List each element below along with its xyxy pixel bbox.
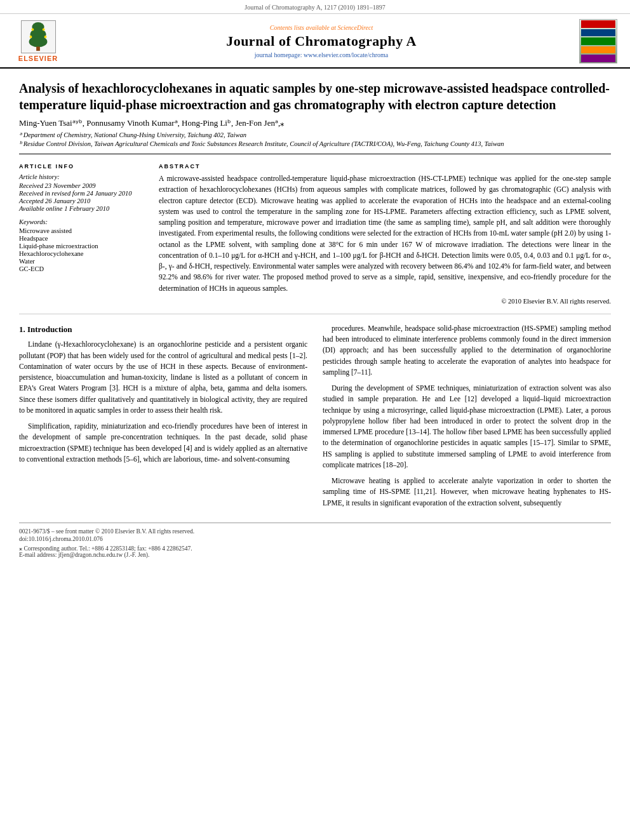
article-title-section: Analysis of hexachlorocyclohexanes in aq… — [19, 69, 611, 154]
sciencedirect-line: Contents lists available at ScienceDirec… — [64, 24, 579, 31]
svg-point-7 — [29, 36, 32, 38]
keyword-2: Liquid-phase microextraction — [19, 243, 146, 250]
corresponding-tel: ⁎ Corresponding author. Tel.: +886 4 228… — [19, 545, 611, 552]
svg-rect-4 — [36, 46, 40, 51]
keywords-section: Keywords: Microwave assisted Headspace L… — [19, 218, 146, 272]
abstract-label: ABSTRACT — [159, 163, 611, 170]
right-para1: procedures. Meanwhile, headspace solid-p… — [323, 323, 611, 378]
abstract-right: ABSTRACT A microwave-assisted headspace … — [159, 163, 611, 305]
svg-point-8 — [44, 36, 46, 38]
abstract-text: A microwave-assisted headspace controlle… — [159, 173, 611, 294]
cover-stripe-5 — [581, 55, 615, 62]
body-left-col: 1. Introduction Lindane (γ-Hexachlorocyc… — [19, 323, 307, 514]
intro-heading: 1. Introduction — [19, 323, 307, 336]
journal-homepage-url[interactable]: www.elsevier.com/locate/chroma — [304, 51, 388, 58]
keyword-3: Hexachlorocyclohexane — [19, 250, 146, 257]
history-received: Received 23 November 2009 — [19, 182, 146, 189]
intro-para2: Simplification, rapidity, miniaturizatio… — [19, 421, 307, 465]
keyword-4: Water — [19, 258, 146, 265]
elsevier-logo: ELSEVIER — [13, 20, 64, 62]
intro-para1: Lindane (γ-Hexachlorocyclohexane) is an … — [19, 339, 307, 416]
sciencedirect-name[interactable]: ScienceDirect — [337, 24, 373, 31]
article-info-label: ARTICLE INFO — [19, 163, 146, 170]
article-history: Article history: Received 23 November 20… — [19, 173, 146, 212]
journal-center: Contents lists available at ScienceDirec… — [64, 24, 579, 58]
article-footer: 0021-9673/$ – see front matter © 2010 El… — [19, 523, 611, 562]
history-revised: Received in revised form 24 January 2010 — [19, 190, 146, 197]
keyword-1: Headspace — [19, 235, 146, 242]
affiliation-a: ᵃ Department of Chemistry, National Chun… — [19, 131, 611, 138]
two-col-body: 1. Introduction Lindane (γ-Hexachlorocyc… — [19, 323, 611, 514]
license-note: 0021-9673/$ – see front matter © 2010 El… — [19, 528, 611, 535]
article-info-abstract: ARTICLE INFO Article history: Received 2… — [19, 154, 611, 314]
cover-stripe-1 — [581, 20, 615, 28]
article-authors: Ming-Yuen Tsaiᵃʸᵇ, Ponnusamy Vinoth Kuma… — [19, 118, 611, 128]
cover-stripes — [580, 20, 617, 63]
journal-title-header: Journal of Chromatography A — [64, 33, 579, 50]
affiliation-b: ᵇ Residue Control Division, Taiwan Agric… — [19, 140, 611, 147]
doi-note: doi:10.1016/j.chroma.2010.01.076 — [19, 536, 611, 542]
svg-point-6 — [42, 29, 44, 31]
article-title: Analysis of hexachlorocyclohexanes in aq… — [19, 80, 611, 113]
elsevier-label: ELSEVIER — [18, 55, 58, 62]
email-note: E-mail address: jfjen@dragon.nchu.edu.tw… — [19, 552, 611, 558]
history-available: Available online 1 February 2010 — [19, 205, 146, 212]
right-para3: Microwave heating is applied to accelera… — [323, 476, 611, 509]
cover-stripe-2 — [581, 29, 615, 37]
keyword-5: GC-ECD — [19, 265, 146, 272]
article-info-left: ARTICLE INFO Article history: Received 2… — [19, 163, 146, 305]
body-right-col: procedures. Meanwhile, headspace solid-p… — [323, 323, 611, 514]
body-section: 1. Introduction Lindane (γ-Hexachlorocyc… — [19, 314, 611, 523]
keywords-label: Keywords: — [19, 218, 146, 225]
history-accepted: Accepted 26 January 2010 — [19, 197, 146, 204]
cover-stripe-3 — [581, 37, 615, 45]
svg-point-5 — [31, 29, 34, 31]
journal-header: ELSEVIER Contents lists available at Sci… — [0, 14, 630, 69]
corresponding-note: ⁎ Corresponding author. Tel.: +886 4 228… — [19, 545, 611, 558]
journal-homepage: journal homepage: www.elsevier.com/locat… — [64, 51, 579, 58]
keyword-0: Microwave assisted — [19, 227, 146, 234]
svg-point-3 — [29, 36, 47, 47]
journal-cover-image — [579, 19, 617, 63]
cover-stripe-4 — [581, 46, 615, 54]
history-title: Article history: — [19, 173, 146, 180]
elsevier-logo-box — [21, 20, 56, 53]
right-para2: During the development of SPME technique… — [323, 383, 611, 470]
main-content: Analysis of hexachlorocyclohexanes in aq… — [0, 69, 630, 562]
author-affiliations: ᵃ Department of Chemistry, National Chun… — [19, 131, 611, 147]
copyright-line: © 2010 Elsevier B.V. All rights reserved… — [159, 298, 611, 305]
journal-reference: Journal of Chromatography A, 1217 (2010)… — [0, 0, 630, 14]
